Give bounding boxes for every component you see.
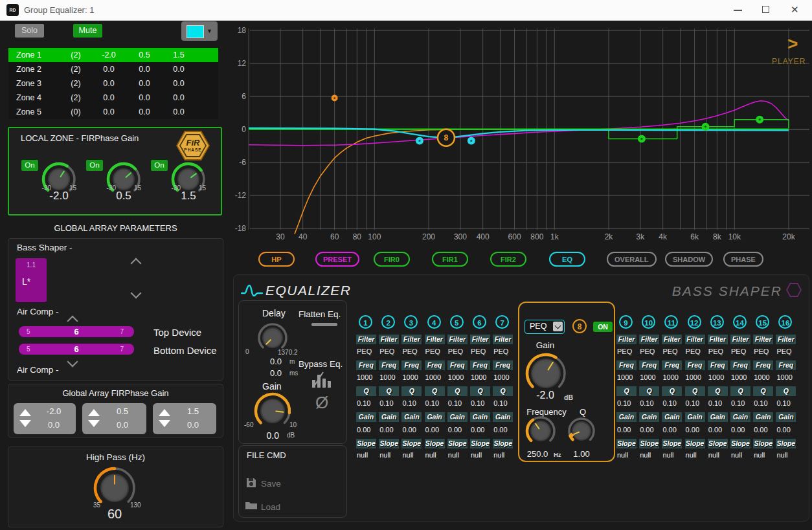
band-field-value[interactable]: 1000: [776, 373, 796, 382]
band-field-value[interactable]: 1000: [731, 373, 751, 382]
band-select-9[interactable]: 9: [619, 315, 633, 329]
band-on-button[interactable]: ON: [593, 322, 613, 332]
close-icon[interactable]: ✕: [791, 4, 799, 16]
band-select-15[interactable]: 15: [756, 315, 769, 329]
band-field-value[interactable]: null: [617, 451, 637, 459]
zone-row[interactable]: Zone 2(2)0.00.00.0: [8, 62, 218, 76]
band-field-value[interactable]: 0.10: [662, 399, 682, 408]
band-field-value[interactable]: PEQ: [357, 348, 377, 356]
band-field-value[interactable]: 0.00: [708, 426, 728, 434]
band-field-value[interactable]: 0.00: [754, 426, 774, 434]
step-down-icon[interactable]: [19, 420, 31, 427]
band-on-button[interactable]: On: [151, 160, 168, 171]
band-select-12[interactable]: 12: [688, 315, 701, 329]
band-field-value[interactable]: 1000: [379, 373, 400, 382]
filter-button-fir0[interactable]: FIR0: [374, 252, 410, 267]
save-icon[interactable]: [245, 477, 257, 489]
zone-color-dropdown[interactable]: ▼: [181, 21, 218, 41]
band-select-10[interactable]: 10: [642, 315, 655, 329]
band-field-value[interactable]: 1000: [357, 373, 377, 382]
band-field-value[interactable]: 1000: [754, 373, 774, 382]
band-field-value[interactable]: 1000: [425, 373, 445, 382]
bass-shaper-box[interactable]: 1.1 L*: [16, 258, 47, 302]
band-field-value[interactable]: 0.00: [357, 426, 377, 434]
filter-button-fir1[interactable]: FIR1: [432, 252, 468, 267]
band-field-value[interactable]: 0.00: [617, 426, 637, 434]
band-field-value[interactable]: null: [425, 451, 445, 459]
flatten-eq-button[interactable]: [311, 323, 337, 326]
select-dropdown-box[interactable]: [553, 322, 563, 331]
band-field-value[interactable]: 1000: [617, 373, 637, 382]
band-field-value[interactable]: null: [471, 451, 491, 459]
band-field-value[interactable]: PEQ: [493, 348, 513, 356]
band-field-value[interactable]: PEQ: [662, 348, 682, 356]
maximize-icon[interactable]: [762, 6, 769, 13]
band-select-4[interactable]: 4: [427, 315, 441, 329]
filter-button-overall[interactable]: OVERALL: [607, 252, 657, 267]
band-field-value[interactable]: PEQ: [448, 348, 468, 356]
player-arrow[interactable]: >: [787, 34, 798, 54]
band-field-value[interactable]: 0.10: [686, 399, 706, 408]
band-field-value[interactable]: null: [448, 451, 468, 459]
step-down-icon[interactable]: [159, 420, 170, 427]
band-field-value[interactable]: 0.00: [776, 426, 796, 434]
gain-value[interactable]: 0.0: [258, 430, 279, 441]
zone-row[interactable]: Zone 3(2)0.00.00.0: [8, 76, 218, 91]
band-select-1[interactable]: 1: [359, 315, 372, 329]
band-field-value[interactable]: PEQ: [425, 348, 445, 356]
filter-button-eq[interactable]: EQ: [549, 252, 585, 267]
band-field-value[interactable]: 0.00: [379, 426, 400, 434]
band-field-value[interactable]: 1000: [471, 373, 491, 382]
band-field-value[interactable]: 0.00: [471, 426, 491, 434]
band-field-value[interactable]: PEQ: [379, 348, 400, 356]
band-field-value[interactable]: PEQ: [402, 348, 422, 356]
band-frequency-value[interactable]: 250.0: [522, 449, 553, 459]
band-field-value[interactable]: PEQ: [471, 348, 491, 356]
band-field-value[interactable]: null: [754, 451, 774, 459]
band-field-value[interactable]: null: [776, 451, 796, 459]
air-comp-slider-bottom[interactable]: 5 6 7: [19, 344, 134, 355]
filter-button-phase[interactable]: PHASE: [723, 252, 763, 267]
band-field-value[interactable]: 0.00: [731, 426, 751, 434]
firphase-stepper-2[interactable]: 0.5 0.0: [82, 403, 146, 434]
band-field-value[interactable]: 0.10: [776, 399, 796, 408]
band-field-value[interactable]: 0.10: [425, 399, 445, 408]
step-up-icon[interactable]: [88, 409, 100, 416]
band-select-14[interactable]: 14: [733, 315, 747, 329]
band-select-11[interactable]: 11: [664, 315, 678, 329]
band-field-value[interactable]: 0.10: [379, 399, 400, 408]
band-field-value[interactable]: null: [493, 451, 513, 459]
step-down-icon[interactable]: [88, 420, 100, 427]
zone-row[interactable]: Zone 4(2)0.00.00.0: [8, 91, 218, 105]
band-select-2[interactable]: 2: [381, 315, 395, 329]
band-field-value[interactable]: 1000: [448, 373, 468, 382]
band-field-value[interactable]: 0.00: [686, 426, 706, 434]
band-field-value[interactable]: 0.10: [493, 399, 513, 408]
band-field-value[interactable]: PEQ: [754, 348, 774, 356]
band-field-value[interactable]: null: [662, 451, 682, 459]
band-on-button[interactable]: On: [86, 160, 103, 171]
band-field-value[interactable]: 0.10: [617, 399, 637, 408]
band-select-7[interactable]: 7: [495, 315, 509, 329]
band-select-5[interactable]: 5: [450, 315, 464, 329]
band-field-value[interactable]: 1000: [640, 373, 660, 382]
filter-button-preset[interactable]: PRESET: [315, 252, 359, 267]
delay-value-ms[interactable]: 0.0: [258, 368, 282, 378]
band-field-value[interactable]: PEQ: [686, 348, 706, 356]
band-field-value[interactable]: 0.10: [357, 399, 377, 408]
phase-invert-icon[interactable]: Ø: [315, 393, 328, 413]
bass-shaper-up-icon[interactable]: [131, 258, 142, 269]
band-field-value[interactable]: null: [402, 451, 422, 459]
band-gain-knob[interactable]: [524, 352, 567, 395]
gain-knob[interactable]: [253, 392, 292, 430]
band-field-value[interactable]: PEQ: [731, 348, 751, 356]
band-field-value[interactable]: 0.00: [640, 426, 660, 434]
step-up-icon[interactable]: [159, 409, 170, 416]
band-frequency-knob[interactable]: [525, 415, 556, 447]
zone-row[interactable]: Zone 1(2)-2.00.51.5: [8, 48, 218, 62]
band-field-value[interactable]: null: [640, 451, 660, 459]
band-field-value[interactable]: null: [379, 451, 400, 459]
air-comp-down-icon[interactable]: [67, 357, 78, 368]
band-select-6[interactable]: 6: [473, 315, 486, 329]
band-field-value[interactable]: 1000: [708, 373, 728, 382]
